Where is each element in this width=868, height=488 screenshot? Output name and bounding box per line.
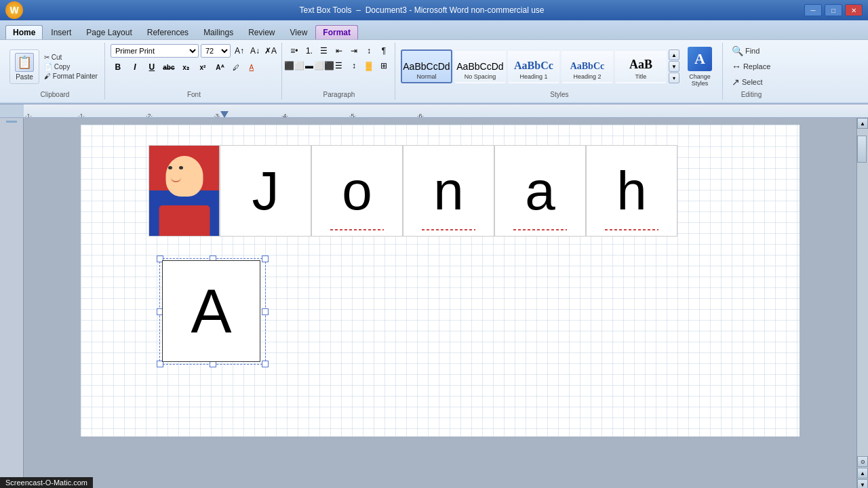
minimize-button[interactable]: ─ xyxy=(804,4,822,16)
scroll-bottom-buttons: ⊙ ▲ ▼ xyxy=(857,456,868,488)
replace-icon: ↔ xyxy=(732,61,741,72)
change-styles-label: Change Styles xyxy=(683,73,717,87)
subscript-button[interactable]: x₂ xyxy=(178,60,193,74)
format-painter-button[interactable]: 🖌 Format Painter xyxy=(41,72,100,81)
letter-row: J o n a h xyxy=(149,145,677,237)
style-normal-button[interactable]: AaBbCcDd Normal xyxy=(401,49,452,83)
font-name-select[interactable]: Primer Print xyxy=(111,44,199,58)
paste-button[interactable]: 📋 Paste xyxy=(9,49,39,84)
letter-a: a xyxy=(525,160,555,222)
line-spacing-button[interactable]: ↕ xyxy=(347,59,361,73)
highlight-color-button[interactable]: 🖊 xyxy=(229,60,243,74)
font-label: Font xyxy=(106,91,281,98)
styles-scroll-down[interactable]: ▼ xyxy=(669,61,679,72)
shading-button[interactable]: ▓ xyxy=(362,59,376,73)
letter-card-n: n xyxy=(403,145,494,237)
letter-card-h: h xyxy=(586,145,677,237)
right-scrollbar: ▲ ⊙ ▲ ▼ xyxy=(856,118,868,488)
letter-h: h xyxy=(616,160,647,222)
superscript-button[interactable]: x² xyxy=(195,60,210,74)
style-title-button[interactable]: AaB Title xyxy=(615,49,667,83)
style-heading1-label: Heading 1 xyxy=(519,73,547,80)
letter-j: J xyxy=(252,160,279,222)
bullets-button[interactable]: ≡• xyxy=(288,44,301,58)
bold-button[interactable]: B xyxy=(111,60,125,74)
cut-button[interactable]: ✂ Cut xyxy=(41,53,100,62)
clipboard-small-buttons: ✂ Cut 📄 Copy 🖌 Format Painter xyxy=(41,53,100,81)
letter-n-underline xyxy=(422,229,476,230)
handle-mr[interactable] xyxy=(262,308,269,315)
replace-button[interactable]: ↔ Replace xyxy=(728,60,774,73)
office-logo-icon: W xyxy=(5,1,23,19)
prev-page-button[interactable]: ▲ xyxy=(857,468,868,479)
numbering-button[interactable]: 1. xyxy=(302,44,316,58)
find-button[interactable]: 🔍 Find xyxy=(728,44,763,58)
decrease-indent-button[interactable]: ⇤ xyxy=(332,44,346,58)
style-heading2-button[interactable]: AaBbCc Heading 2 xyxy=(561,49,613,83)
align-right-button[interactable]: ⬜⬛ xyxy=(317,59,331,73)
editing-label: Editing xyxy=(724,91,778,98)
letter-o: o xyxy=(342,160,372,222)
underline-button[interactable]: U xyxy=(144,60,159,74)
tab-mailings[interactable]: Mailings xyxy=(197,26,240,39)
window-controls[interactable]: ─ □ ✕ xyxy=(804,4,863,16)
main-area: J o n a h xyxy=(0,118,868,488)
sort-button[interactable]: ↕ xyxy=(362,44,376,58)
tab-references[interactable]: References xyxy=(140,26,195,39)
font-size-select[interactable]: 72 xyxy=(201,44,231,58)
tab-review[interactable]: Review xyxy=(241,26,281,39)
styles-scroll-up[interactable]: ▲ xyxy=(669,49,679,60)
handle-br[interactable] xyxy=(262,361,269,367)
clipboard-group: 📋 Paste ✂ Cut 📄 Copy 🖌 Format Painter Cl… xyxy=(5,43,105,100)
shrink-font-button[interactable]: A↓ xyxy=(248,44,262,58)
tab-home[interactable]: Home xyxy=(5,25,43,39)
next-page-button[interactable]: ▼ xyxy=(857,479,868,488)
editing-group: 🔍 Find ↔ Replace ↗ Select Editing xyxy=(724,43,778,100)
scroll-thumb[interactable] xyxy=(857,136,867,163)
scroll-track[interactable] xyxy=(857,129,868,456)
style-heading2-sample: AaBbCc xyxy=(570,61,605,72)
close-button[interactable]: ✕ xyxy=(845,4,863,16)
text-box-a[interactable]: A xyxy=(162,260,260,362)
ribbon-tab-bar: Home Insert Page Layout References Maili… xyxy=(0,20,868,39)
increase-indent-button[interactable]: ⇥ xyxy=(347,44,361,58)
borders-button[interactable]: ⊞ xyxy=(377,59,391,73)
style-heading1-button[interactable]: AaBbCc Heading 1 xyxy=(508,49,559,83)
styles-more[interactable]: ▾ xyxy=(669,73,679,83)
ribbon-content: 📋 Paste ✂ Cut 📄 Copy 🖌 Format Painter Cl… xyxy=(0,39,868,102)
tab-page-layout[interactable]: Page Layout xyxy=(79,26,138,39)
multilevel-list-button[interactable]: ☰ xyxy=(317,44,331,58)
style-title-sample: AaB xyxy=(629,58,652,72)
letter-card-a: a xyxy=(494,145,586,237)
align-left-button[interactable]: ⬛⬜ xyxy=(288,59,301,73)
tab-view[interactable]: View xyxy=(283,26,315,39)
handle-tr[interactable] xyxy=(262,256,269,262)
styles-label: Styles xyxy=(397,91,722,98)
style-normal-sample: AaBbCcDd xyxy=(403,61,450,72)
select-button[interactable]: ↗ Select xyxy=(728,75,766,89)
justify-button[interactable]: ☰ xyxy=(332,59,346,73)
copy-button[interactable]: 📄 Copy xyxy=(41,62,100,71)
document-scroll-area[interactable]: J o n a h xyxy=(24,118,856,488)
change-styles-button[interactable]: A Change Styles xyxy=(682,45,718,88)
letter-o-underline xyxy=(330,229,384,230)
tab-format[interactable]: Format xyxy=(315,25,358,39)
font-group: Primer Print 72 A↑ A↓ ✗A B I U abc x₂ x²… xyxy=(106,43,282,100)
letter-card-j: J xyxy=(220,145,311,237)
strikethrough-button[interactable]: abc xyxy=(161,60,176,74)
italic-button[interactable]: I xyxy=(127,60,142,74)
scroll-up-button[interactable]: ▲ xyxy=(857,118,868,129)
text-effects-button[interactable]: Aᴬ xyxy=(212,60,227,74)
clear-format-button[interactable]: ✗A xyxy=(264,44,277,58)
font-color-button[interactable]: A xyxy=(245,60,258,74)
style-title-label: Title xyxy=(635,73,647,80)
select-browse-button[interactable]: ⊙ xyxy=(857,456,868,467)
maximize-button[interactable]: □ xyxy=(825,4,842,16)
show-hide-button[interactable]: ¶ xyxy=(377,44,391,58)
style-nospacing-button[interactable]: AaBbCcDd No Spacing xyxy=(454,49,506,83)
tab-insert[interactable]: Insert xyxy=(44,26,78,39)
letter-n: n xyxy=(433,160,464,222)
style-normal-label: Normal xyxy=(416,73,436,80)
grow-font-button[interactable]: A↑ xyxy=(233,44,246,58)
find-icon: 🔍 xyxy=(732,45,743,56)
